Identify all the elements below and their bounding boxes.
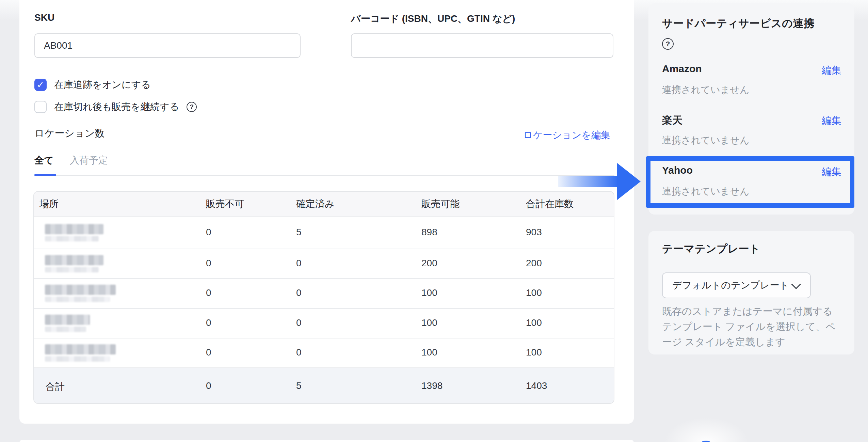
table-cell: 100	[421, 287, 437, 298]
table-cell: 100	[421, 317, 437, 328]
theme-template-description: 既存のストアまたはテーマに付属するテンプレート ファイルを選択して、ページ スタ…	[662, 304, 846, 350]
service-status: 連携されていません	[662, 185, 750, 198]
sku-label: SKU	[34, 12, 54, 23]
total-label: 合計	[46, 380, 65, 393]
chevron-down-icon	[791, 280, 801, 289]
track-inventory-label: 在庫追跡をオンにする	[54, 78, 151, 91]
table-cell: 100	[526, 347, 542, 358]
table-cell: 200	[421, 258, 437, 269]
redacted-location-name	[45, 344, 116, 362]
table-cell: 0	[206, 227, 211, 238]
redacted-location-name	[45, 285, 116, 302]
column-header: 確定済み	[296, 198, 335, 210]
theme-template-select[interactable]: デフォルトのテンプレート	[662, 272, 811, 298]
total-cell: 1403	[526, 380, 547, 391]
tab-all[interactable]: 全て	[34, 154, 54, 167]
column-header: 販売不可	[206, 198, 244, 210]
table-cell: 903	[526, 227, 542, 238]
service-status: 連携されていません	[662, 134, 750, 147]
table-cell: 0	[206, 258, 211, 269]
description-line: テンプレート ファイルを選択して、ペ	[662, 319, 846, 334]
service-status: 連携されていません	[662, 83, 750, 96]
locations-section-title: ロケーション数	[34, 127, 105, 140]
redacted-location-name	[45, 255, 103, 272]
fab-glow	[664, 417, 749, 442]
third-party-integrations-card: サードパーティサービスの連携 ? Amazon編集連携されていません楽天編集連携…	[648, 3, 854, 215]
table-cell: 0	[206, 287, 211, 298]
checkmark-icon: ✓	[37, 80, 44, 89]
table-cell: 100	[421, 347, 437, 358]
row-divider	[34, 278, 614, 279]
theme-template-selected-value: デフォルトのテンプレート	[672, 279, 789, 292]
description-line: 既存のストアまたはテーマに付属する	[662, 304, 846, 319]
table-cell: 200	[526, 258, 542, 269]
table-cell: 0	[296, 258, 302, 269]
edit-link-楽天[interactable]: 編集	[822, 114, 841, 128]
total-cell: 0	[206, 380, 211, 391]
tab-active-indicator	[34, 174, 56, 176]
column-header: 販売可能	[421, 198, 460, 210]
table-cell: 898	[421, 227, 437, 238]
inventory-table: 場所販売不可確定済み販売可能合計在庫数 05898903002002000010…	[33, 191, 614, 404]
table-cell: 100	[526, 317, 542, 328]
tab-incoming[interactable]: 入荷予定	[70, 154, 108, 167]
edit-link-amazon[interactable]: 編集	[822, 64, 841, 77]
edit-link-yahoo[interactable]: 編集	[822, 165, 841, 179]
description-line: ージ スタイルを定義します	[662, 334, 846, 350]
track-inventory-checkbox[interactable]: ✓	[34, 79, 47, 91]
tab-divider	[34, 175, 614, 176]
annotation-arrow-tail	[558, 176, 618, 187]
table-cell: 5	[296, 227, 302, 238]
redacted-location-name	[45, 224, 103, 241]
theme-template-card: テーマテンプレート デフォルトのテンプレート 既存のストアまたはテーマに付属する…	[648, 231, 854, 354]
table-cell: 0	[296, 317, 302, 328]
table-cell: 0	[206, 347, 211, 358]
total-cell: 1398	[421, 380, 443, 391]
service-name-yahoo: Yahoo	[662, 164, 693, 176]
continue-selling-row: 在庫切れ後も販売を継続する ?	[34, 100, 197, 114]
redacted-location-name	[45, 315, 90, 332]
question-circle-icon[interactable]: ?	[187, 102, 197, 112]
barcode-label: バーコード (ISBN、UPC、GTIN など)	[351, 12, 515, 25]
table-cell: 0	[296, 287, 302, 298]
product-detail-page: { "product_form": { "sku_label": "SKU", …	[0, 0, 868, 442]
table-cell: 0	[206, 317, 211, 328]
row-divider	[34, 308, 614, 309]
sku-input[interactable]	[34, 33, 301, 58]
row-divider	[34, 338, 614, 338]
table-cell: 100	[526, 287, 542, 298]
total-row: 合計0513981403	[34, 367, 614, 403]
edit-locations-link[interactable]: ロケーションを編集	[523, 129, 610, 142]
total-cell: 5	[296, 380, 302, 391]
table-header-row: 場所販売不可確定済み販売可能合計在庫数	[34, 192, 614, 217]
track-inventory-row: ✓ 在庫追跡をオンにする	[34, 78, 151, 92]
service-name-amazon: Amazon	[662, 63, 702, 75]
barcode-input[interactable]	[351, 33, 613, 58]
theme-template-title: テーマテンプレート	[662, 242, 760, 256]
table-cell: 0	[296, 347, 302, 358]
row-divider	[34, 249, 614, 249]
continue-selling-checkbox[interactable]	[34, 101, 47, 113]
next-card-top-edge	[19, 440, 634, 442]
integrations-help-icon[interactable]: ?	[662, 38, 674, 50]
service-name-楽天: 楽天	[662, 113, 682, 127]
continue-selling-label: 在庫切れ後も販売を継続する	[54, 100, 179, 113]
column-header: 合計在庫数	[526, 198, 574, 210]
column-header: 場所	[39, 198, 59, 210]
integrations-title: サードパーティサービスの連携	[662, 16, 846, 31]
